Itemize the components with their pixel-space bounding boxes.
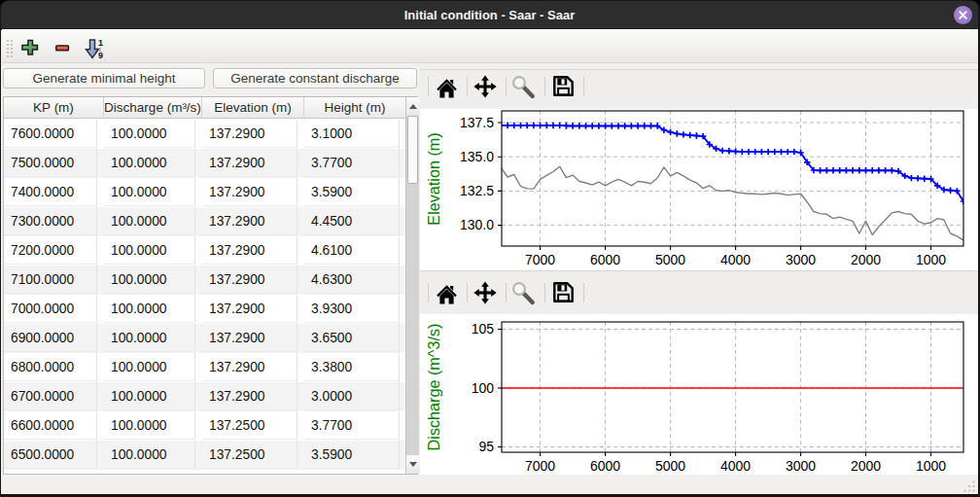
svg-text:100: 100	[472, 380, 495, 396]
svg-text:9: 9	[98, 51, 103, 60]
svg-text:130.0: 130.0	[460, 217, 494, 232]
svg-text:2000: 2000	[851, 252, 881, 267]
svg-text:132.5: 132.5	[460, 183, 494, 198]
svg-text:135.0: 135.0	[460, 149, 494, 164]
svg-text:4000: 4000	[720, 458, 751, 474]
svg-text:5000: 5000	[655, 458, 685, 474]
svg-text:7000: 7000	[525, 252, 555, 267]
svg-text:95: 95	[478, 439, 494, 454]
svg-text:6000: 6000	[590, 458, 620, 474]
svg-text:3000: 3000	[786, 252, 816, 267]
svg-text:1: 1	[98, 38, 103, 48]
svg-text:6000: 6000	[590, 252, 620, 267]
svg-text:5000: 5000	[655, 252, 685, 267]
svg-text:2000: 2000	[851, 458, 881, 474]
svg-text:4000: 4000	[720, 252, 751, 267]
svg-text:1000: 1000	[916, 458, 946, 474]
svg-text:Elevation (m): Elevation (m)	[425, 132, 442, 225]
svg-text:7000: 7000	[525, 458, 555, 474]
svg-text:3000: 3000	[786, 458, 816, 474]
svg-text:105: 105	[472, 321, 495, 337]
svg-text:137.5: 137.5	[460, 115, 494, 130]
svg-text:Discharge (m^3/s): Discharge (m^3/s)	[425, 324, 442, 451]
svg-text:1000: 1000	[916, 252, 946, 267]
